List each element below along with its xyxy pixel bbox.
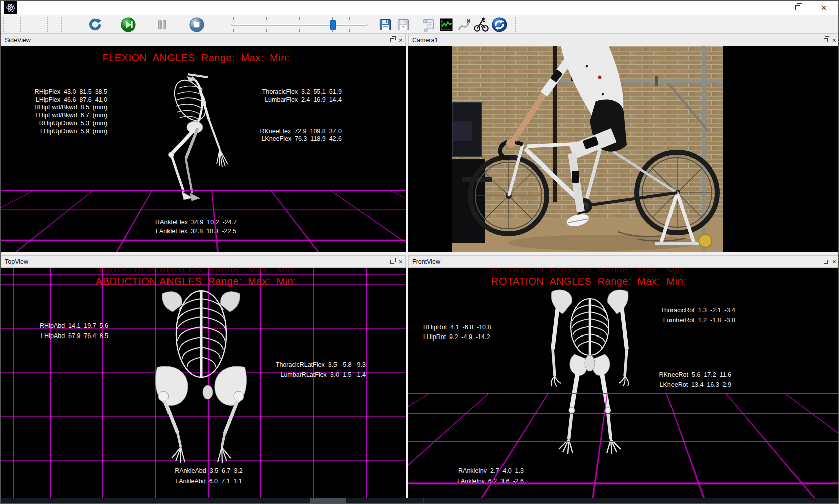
sideview-titlebar: SideView × — [1, 34, 406, 46]
application-window: × — [0, 0, 839, 504]
topview-heading: ABDUCTION ANGLES Range: Max: Min: — [21, 276, 372, 287]
pause-button[interactable] — [154, 16, 171, 33]
measure-line: LHipUpDown 5.9 (mm) — [16, 128, 107, 135]
topview-tab-label: TopView — [5, 258, 28, 265]
measure-line: RHipAbd 14.1 19.7 5.6 — [16, 322, 108, 329]
report-scroll-button[interactable] — [420, 16, 437, 33]
toolbar-grip[interactable] — [47, 17, 50, 32]
measure-line: RHipUpDown 5.3 (mm) — [16, 120, 107, 127]
save-button[interactable] — [377, 16, 394, 33]
skeleton-front-view — [545, 288, 635, 458]
app-logo-icon — [4, 1, 17, 14]
horizontal-splitter[interactable] — [1, 252, 839, 255]
slider-handle[interactable] — [330, 20, 336, 30]
float-panel-icon[interactable] — [390, 38, 394, 42]
stop-button[interactable] — [188, 16, 205, 33]
measure-line: LAnkleFlex 32.8 10.3 -22.5 — [128, 228, 264, 235]
slider-ticks — [233, 17, 366, 20]
restore-button[interactable] — [786, 1, 809, 15]
timeline-slider[interactable] — [231, 17, 368, 32]
toolbar-separator — [414, 18, 414, 32]
measure-line: ThoracicRLatFlex 3.5 -5.8 -9.3 — [251, 361, 366, 368]
close-panel-icon[interactable]: × — [832, 37, 836, 44]
measure-line: LumberRot 1.2 -1.8 -3.0 — [635, 317, 735, 324]
play-button[interactable] — [120, 16, 137, 33]
topview-ghost-heading: ABDUCTION ANGLES Range: Max: Min: — [21, 268, 372, 272]
toolbar-grip[interactable] — [61, 17, 64, 32]
measure-line: RAnkleAbd 3.5 6.7 3.2 — [171, 467, 246, 474]
sideview-panel[interactable]: FLEXION ANGLES Range: Max: Min: RHipFlex… — [1, 46, 406, 252]
measure-line: LKneeRot 13.4 16.3 2.9 — [631, 381, 731, 388]
minimize-button[interactable] — [756, 1, 779, 15]
measure-line: LHipFwd/Bkwd 6.7 (mm) — [16, 112, 107, 119]
measure-line: LumbarRLatFlex 3.0 1.5 -1.4 — [251, 371, 366, 378]
measure-line: RAnkleInv 2.7 4.0 1.3 — [456, 467, 524, 474]
close-icon: × — [821, 2, 826, 13]
slider-ticks — [233, 29, 366, 32]
toolbar-separator — [373, 18, 373, 32]
close-panel-icon[interactable]: × — [399, 258, 403, 265]
measure-line: RKneeRot 5.6 17.2 11.6 — [631, 371, 731, 378]
toolbar-grip[interactable] — [20, 17, 23, 32]
camera1-titlebar: Camera1 × — [408, 34, 839, 46]
toolbar-grip[interactable] — [3, 17, 6, 32]
frontview-titlebar: FrontView × — [408, 255, 839, 268]
sideview-heading: FLEXION ANGLES Range: Max: Min: — [21, 52, 372, 64]
measure-line: RHipFwd/Bkwd 8.5 (mm) — [16, 104, 107, 111]
main-toolbar: ? — [1, 15, 839, 34]
scrollbar-divider — [423, 498, 424, 504]
bottom-scrollbar[interactable] — [1, 498, 839, 504]
measure-line: LAnkleAbd 6.0 7.1 1.1 — [171, 478, 246, 485]
camera1-tab-label: Camera1 — [412, 37, 438, 44]
measure-line: RKneeFlex 72.9 109.8 37.0 — [241, 128, 342, 135]
float-panel-icon[interactable] — [824, 38, 828, 42]
measure-line: LHipFlex 46.6 87.6 41.0 — [16, 96, 107, 103]
frontview-panel[interactable]: ROTATION ANGLES Range: Max: Min: ROTATIO… — [408, 268, 839, 498]
float-panel-icon[interactable] — [390, 260, 394, 264]
chart-button[interactable] — [438, 16, 455, 33]
sideview-tab-label: SideView — [5, 37, 31, 44]
close-panel-icon[interactable]: × — [399, 37, 403, 44]
measure-line: RHipFlex 43.0 81.5 38.5 — [16, 88, 107, 95]
close-panel-icon[interactable]: × — [832, 258, 836, 265]
save-as-query-button[interactable]: ? — [395, 16, 412, 33]
topview-panel[interactable]: ABDUCTION ANGLES Range: Max: Min: ABDUCT… — [1, 268, 406, 498]
camera1-panel[interactable] — [408, 46, 839, 252]
topview-titlebar: TopView × — [1, 255, 406, 268]
path-cancel-button[interactable] — [456, 16, 473, 33]
slider-groove — [231, 24, 368, 26]
frontview-heading: ROTATION ANGLES Range: Max: Min: — [428, 276, 749, 287]
measure-line: LHipRot 9.2 -4.9 -14.2 — [423, 333, 488, 341]
measure-line: LHipAbd 67.9 76.4 8.5 — [16, 332, 108, 340]
svg-text:?: ? — [402, 25, 405, 30]
sync-button[interactable] — [491, 16, 508, 33]
minimize-icon — [765, 8, 771, 8]
skeleton-side-view — [143, 71, 244, 222]
close-button[interactable]: × — [812, 1, 835, 15]
frontview-ghost-heading: ROTATION ANGLES Range: Max: Min: — [428, 268, 749, 272]
frontview-tab-label: FrontView — [412, 258, 440, 265]
window-titlebar: × — [1, 1, 839, 15]
measure-line: LAnkleInv 6.2 3.6 -2.6 — [456, 478, 524, 485]
measure-line: ThoracicRot 1.3 -2.1 -3.4 — [635, 307, 735, 314]
replay-button[interactable] — [87, 16, 104, 33]
scrollbar-thumb[interactable] — [310, 498, 346, 504]
camera-video-frame — [452, 46, 723, 252]
restore-icon — [795, 5, 800, 10]
measure-line: RAnkleFlex 34.9 10.2 -24.7 — [128, 219, 264, 226]
skeleton-top-view — [148, 288, 254, 468]
measure-line: ThoracicFlex 3.2 55.1 51.9 — [241, 88, 342, 95]
measure-line: LKneeFlex 76.3 118.9 42.6 — [241, 135, 342, 142]
float-panel-icon[interactable] — [824, 260, 828, 264]
measure-line: LumbarFlex 2.4 16.9 14.4 — [241, 96, 342, 103]
toolbar-grip[interactable] — [513, 17, 516, 32]
measure-line: RHipRot 4.1 -6.8 -10.8 — [423, 324, 488, 331]
cyclist-button[interactable] — [473, 16, 490, 33]
